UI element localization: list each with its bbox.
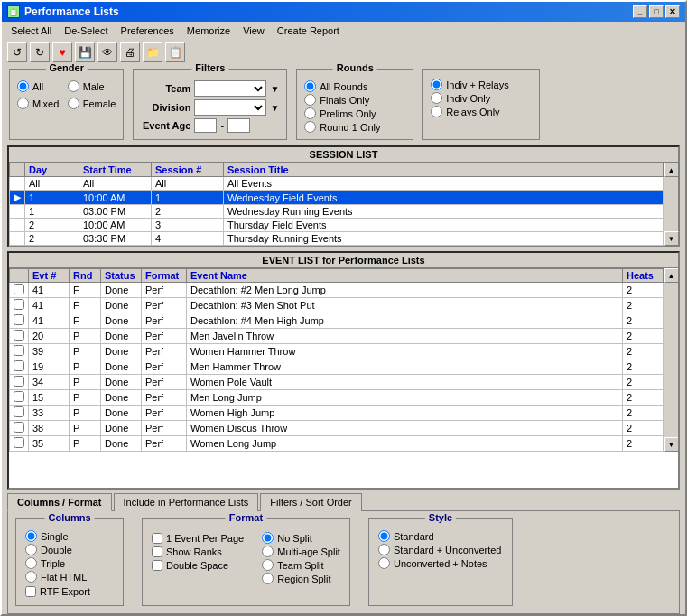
split-region-radio[interactable] bbox=[262, 573, 274, 584]
event-row-check[interactable] bbox=[10, 436, 29, 452]
style-standard-unconverted-radio[interactable] bbox=[378, 544, 390, 555]
split-no-radio[interactable] bbox=[262, 532, 274, 544]
session-col-title[interactable]: Session Title bbox=[224, 163, 664, 177]
session-col-start[interactable]: Start Time bbox=[79, 163, 152, 177]
heart-button[interactable]: ♥ bbox=[52, 42, 72, 62]
event-col-evt[interactable]: Evt # bbox=[29, 269, 70, 283]
session-col-num[interactable]: Session # bbox=[152, 163, 224, 177]
event-row[interactable]: 39 P Done Perf Women Hammer Throw 2 bbox=[10, 344, 664, 359]
style-standard-radio[interactable] bbox=[378, 530, 390, 542]
menu-select-all[interactable]: Select All bbox=[5, 23, 57, 38]
undo-left-button[interactable]: ↺ bbox=[7, 42, 27, 62]
event-col-rnd[interactable]: Rnd bbox=[70, 269, 101, 283]
rounds2-indiv-radio[interactable] bbox=[431, 92, 442, 104]
menu-memorize[interactable]: Memorize bbox=[181, 23, 236, 38]
event-check-6[interactable] bbox=[14, 376, 24, 387]
menu-view[interactable]: View bbox=[237, 23, 270, 38]
event-row-check[interactable] bbox=[10, 375, 29, 390]
columns-double-radio[interactable] bbox=[25, 544, 37, 555]
rounds-finals-radio[interactable] bbox=[304, 94, 316, 106]
menu-preferences[interactable]: Preferences bbox=[116, 23, 180, 38]
rounds-all-radio[interactable] bbox=[304, 80, 316, 92]
event-row-check[interactable] bbox=[10, 329, 29, 344]
columns-flat-html-radio[interactable] bbox=[25, 571, 37, 583]
event-row[interactable]: 41 F Done Perf Decathlon: #2 Men Long Ju… bbox=[10, 283, 664, 298]
columns-triple-radio[interactable] bbox=[25, 557, 37, 569]
session-row-2[interactable]: 1 03:00 PM 2 Wednesday Running Events bbox=[10, 205, 664, 219]
columns-rtf-export-checkbox[interactable] bbox=[25, 586, 36, 597]
event-row[interactable]: 15 P Done Perf Men Long Jump 2 bbox=[10, 390, 664, 406]
event-row-check[interactable] bbox=[10, 298, 29, 313]
copy-button[interactable]: 📋 bbox=[165, 42, 185, 62]
session-row-1[interactable]: ▶ 1 10:00 AM 1 Wednesday Field Events bbox=[10, 191, 664, 205]
session-col-day[interactable]: Day bbox=[25, 163, 79, 177]
event-check-9[interactable] bbox=[14, 422, 24, 433]
event-row[interactable]: 41 F Done Perf Decathlon: #3 Men Shot Pu… bbox=[10, 298, 664, 313]
maximize-button[interactable]: □ bbox=[649, 5, 664, 18]
menu-create-report[interactable]: Create Report bbox=[272, 23, 345, 38]
event-row[interactable]: 34 P Done Perf Women Pole Vault 2 bbox=[10, 375, 664, 390]
rounds-round1-radio[interactable] bbox=[304, 121, 316, 133]
event-scroll-down[interactable]: ▼ bbox=[664, 437, 679, 452]
team-select[interactable] bbox=[194, 80, 266, 97]
format-show-ranks-checkbox[interactable] bbox=[152, 546, 162, 557]
undo-right-button[interactable]: ↻ bbox=[30, 42, 50, 62]
event-check-2[interactable] bbox=[14, 314, 24, 325]
save-button[interactable]: 💾 bbox=[75, 42, 95, 62]
gender-mixed-radio[interactable] bbox=[17, 98, 29, 109]
tab-include-performance[interactable]: Include in Performance Lists bbox=[114, 493, 259, 511]
event-row[interactable]: 20 P Done Perf Men Javelin Throw 2 bbox=[10, 329, 664, 344]
format-double-space-checkbox[interactable] bbox=[152, 560, 162, 571]
event-row-check[interactable] bbox=[10, 313, 29, 329]
event-row-check[interactable] bbox=[10, 359, 29, 375]
event-row[interactable]: 41 F Done Perf Decathlon: #4 Men High Ju… bbox=[10, 313, 664, 329]
division-select[interactable] bbox=[194, 99, 266, 116]
event-col-name[interactable]: Event Name bbox=[187, 269, 623, 283]
event-age-to[interactable] bbox=[227, 118, 250, 133]
event-row-check[interactable] bbox=[10, 283, 29, 298]
event-row[interactable]: 19 P Done Perf Men Hammer Throw 2 bbox=[10, 359, 664, 375]
style-unconverted-notes-radio[interactable] bbox=[378, 557, 390, 569]
rounds-prelims-radio[interactable] bbox=[304, 107, 316, 119]
event-age-from[interactable] bbox=[194, 118, 217, 133]
session-scroll-up[interactable]: ▲ bbox=[664, 163, 679, 177]
folder-button[interactable]: 📁 bbox=[143, 42, 162, 62]
eye-button[interactable]: 👁 bbox=[97, 42, 117, 62]
session-row-4[interactable]: 2 03:30 PM 4 Thursday Running Events bbox=[10, 232, 664, 246]
columns-single-radio[interactable] bbox=[25, 530, 37, 542]
event-check-3[interactable] bbox=[14, 330, 24, 341]
event-check-10[interactable] bbox=[14, 437, 24, 448]
event-check-5[interactable] bbox=[14, 360, 24, 371]
gender-female-radio[interactable] bbox=[68, 98, 79, 109]
event-row-check[interactable] bbox=[10, 421, 29, 436]
close-button[interactable]: ✕ bbox=[665, 5, 680, 18]
session-row-3[interactable]: 2 10:00 AM 3 Thursday Field Events bbox=[10, 219, 664, 232]
session-scrollbar[interactable]: ▲ ▼ bbox=[664, 163, 678, 246]
event-col-heats[interactable]: Heats bbox=[623, 269, 664, 283]
event-row[interactable]: 35 P Done Perf Women Long Jump 2 bbox=[10, 436, 664, 452]
event-row-check[interactable] bbox=[10, 390, 29, 406]
event-row[interactable]: 33 P Done Perf Women High Jump 2 bbox=[10, 406, 664, 421]
rounds2-indiv-relays-radio[interactable] bbox=[431, 79, 442, 90]
print-button[interactable]: 🖨 bbox=[120, 42, 140, 62]
gender-all-radio[interactable] bbox=[17, 80, 29, 92]
tab-columns-format[interactable]: Columns / Format bbox=[7, 493, 112, 511]
gender-male-radio[interactable] bbox=[68, 80, 79, 92]
format-1event-page-checkbox[interactable] bbox=[152, 533, 162, 544]
event-check-4[interactable] bbox=[14, 345, 24, 356]
event-row-check[interactable] bbox=[10, 406, 29, 421]
session-scroll-down[interactable]: ▼ bbox=[664, 231, 679, 246]
event-col-format[interactable]: Format bbox=[142, 269, 187, 283]
event-check-7[interactable] bbox=[14, 391, 24, 402]
event-col-status[interactable]: Status bbox=[101, 269, 142, 283]
event-row-check[interactable] bbox=[10, 344, 29, 359]
event-scroll-up[interactable]: ▲ bbox=[664, 268, 679, 283]
event-check-8[interactable] bbox=[14, 406, 24, 417]
session-row-all[interactable]: All All All All Events bbox=[10, 177, 664, 191]
menu-de-select[interactable]: De-Select bbox=[59, 23, 113, 38]
event-check-1[interactable] bbox=[14, 299, 24, 310]
event-check-0[interactable] bbox=[14, 284, 24, 294]
minimize-button[interactable]: _ bbox=[633, 5, 647, 18]
tab-filters-sort[interactable]: Filters / Sort Order bbox=[260, 493, 361, 511]
event-row[interactable]: 38 P Done Perf Women Discus Throw 2 bbox=[10, 421, 664, 436]
